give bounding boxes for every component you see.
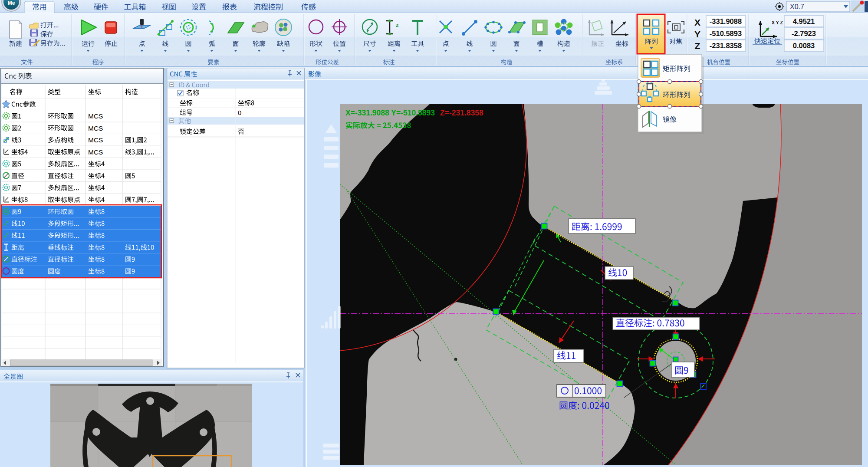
svg-text:MCS: MCS (88, 136, 103, 144)
svg-text:X Y Z: X Y Z (772, 20, 783, 25)
svg-text:Z: Z (695, 41, 700, 51)
svg-text:MCS: MCS (88, 112, 103, 120)
svg-text:-510.5893: -510.5893 (710, 30, 742, 37)
svg-text:-2.7923: -2.7923 (792, 30, 816, 37)
svg-text:Y: Y (694, 29, 700, 39)
svg-text:-231.8358: -231.8358 (710, 42, 742, 49)
svg-text:-331.9088: -331.9088 (710, 17, 742, 25)
svg-text:X=-331.9088 Y=-510.5893: X=-331.9088 Y=-510.5893 (345, 109, 435, 117)
svg-text:0: 0 (238, 109, 241, 116)
svg-text:4.9521: 4.9521 (793, 17, 815, 25)
svg-text:MCS: MCS (88, 148, 103, 156)
svg-text:z: z (396, 22, 399, 28)
svg-text:0.0083: 0.0083 (793, 42, 815, 49)
svg-text:X0.7: X0.7 (790, 3, 804, 10)
svg-text:Z=-231.8358: Z=-231.8358 (440, 109, 483, 117)
svg-text:MCS: MCS (88, 125, 103, 132)
svg-text:X: X (694, 17, 700, 27)
svg-text:Me: Me (8, 0, 15, 6)
